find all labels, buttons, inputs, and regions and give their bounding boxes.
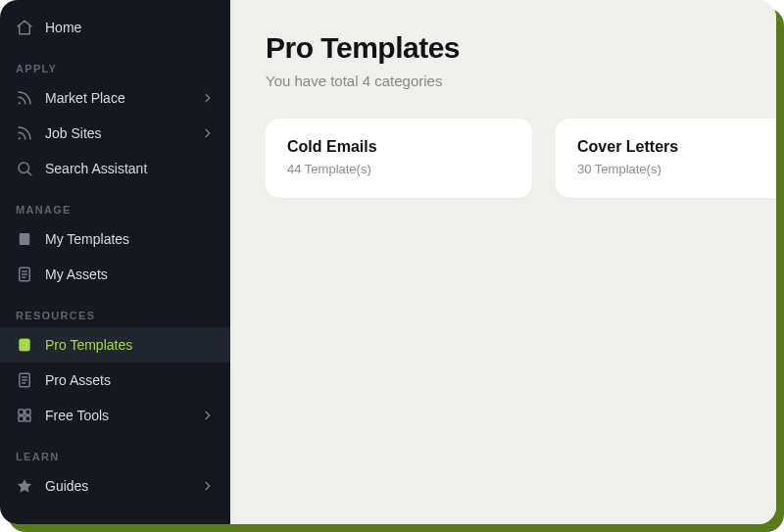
category-card-cold-emails[interactable]: Cold Emails 44 Template(s) (266, 119, 532, 198)
sidebar-item-label: Pro Assets (45, 372, 215, 388)
category-card-cover-letters[interactable]: Cover Letters 30 Template(s) (556, 119, 776, 198)
document-icon (16, 266, 33, 283)
chevron-right-icon (201, 126, 215, 140)
search-icon (16, 160, 33, 177)
sidebar-section-learn: LEARN (0, 433, 230, 468)
svg-point-0 (19, 102, 21, 104)
sidebar: Home APPLY Market Place Job Sites (0, 0, 230, 524)
sidebar-item-my-assets[interactable]: My Assets (0, 257, 230, 292)
chevron-right-icon (201, 91, 215, 105)
card-subtitle: 30 Template(s) (577, 162, 776, 176)
card-title: Cover Letters (577, 138, 776, 156)
sidebar-item-search-assistant[interactable]: Search Assistant (0, 151, 230, 186)
app-window: Home APPLY Market Place Job Sites (0, 0, 776, 524)
svg-rect-3 (20, 233, 30, 245)
star-icon (16, 477, 33, 495)
sidebar-item-label: Job Sites (45, 125, 189, 141)
svg-rect-8 (25, 410, 30, 414)
note-icon (16, 230, 33, 248)
chevron-right-icon (201, 409, 215, 422)
sidebar-section-apply: APPLY (0, 45, 230, 80)
sidebar-item-market-place[interactable]: Market Place (0, 80, 230, 116)
sidebar-item-label: My Assets (45, 266, 215, 282)
category-cards: Cold Emails 44 Template(s) Cover Letters… (266, 119, 776, 198)
sidebar-item-label: My Templates (45, 231, 215, 247)
sidebar-item-job-sites[interactable]: Job Sites (0, 116, 230, 151)
sidebar-item-home[interactable]: Home (0, 10, 230, 45)
sidebar-item-label: Free Tools (45, 408, 189, 423)
sidebar-item-guides[interactable]: Guides (0, 468, 230, 504)
rss-icon (16, 124, 33, 142)
sidebar-item-label: Search Assistant (45, 161, 215, 176)
svg-rect-5 (20, 339, 30, 351)
sidebar-item-label: Home (45, 20, 215, 35)
sidebar-item-label: Pro Templates (45, 337, 215, 353)
chevron-right-icon (201, 479, 215, 493)
main-content: Pro Templates You have total 4 categorie… (230, 0, 776, 524)
svg-rect-10 (25, 416, 30, 421)
svg-point-2 (19, 163, 29, 173)
sidebar-section-manage: MANAGE (0, 186, 230, 221)
svg-rect-7 (19, 410, 24, 414)
card-title: Cold Emails (287, 138, 511, 156)
sidebar-item-label: Market Place (45, 90, 189, 106)
sidebar-item-label: Guides (45, 478, 189, 494)
page-title: Pro Templates (266, 31, 776, 65)
rss-icon (16, 89, 33, 107)
sidebar-item-pro-templates[interactable]: Pro Templates (0, 327, 230, 363)
document-icon (16, 371, 33, 389)
sidebar-item-free-tools[interactable]: Free Tools (0, 398, 230, 433)
sidebar-section-resources: RESOURCES (0, 292, 230, 327)
home-icon (16, 19, 33, 36)
page-subtitle: You have total 4 categories (266, 73, 776, 89)
card-subtitle: 44 Template(s) (287, 162, 511, 176)
sidebar-item-pro-assets[interactable]: Pro Assets (0, 363, 230, 398)
grid-icon (16, 407, 33, 424)
note-icon (16, 336, 33, 354)
svg-point-1 (19, 137, 21, 139)
sidebar-item-my-templates[interactable]: My Templates (0, 221, 230, 257)
svg-rect-9 (19, 416, 24, 421)
